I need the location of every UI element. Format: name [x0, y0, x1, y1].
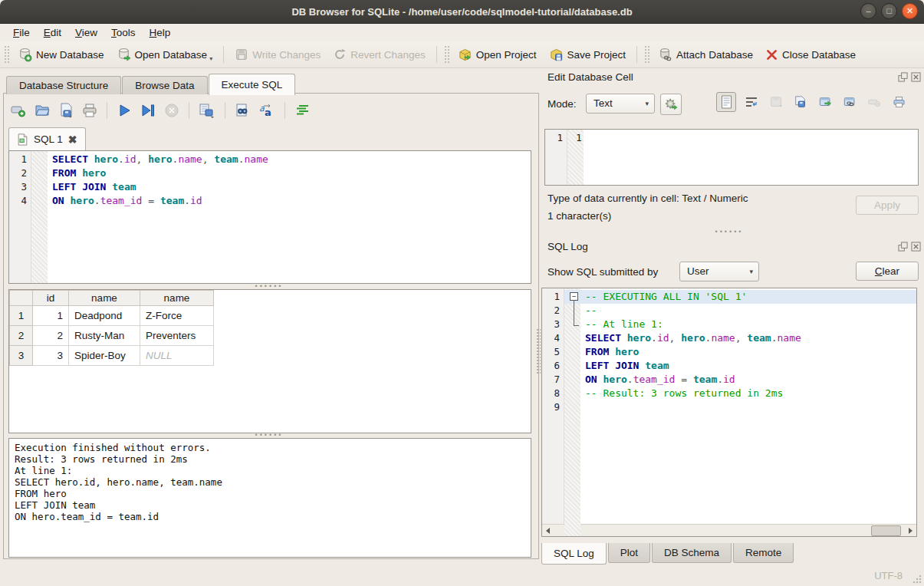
attach-database-button[interactable]: Attach Database	[652, 44, 759, 65]
execute-line-icon[interactable]	[140, 102, 156, 119]
new-database-icon	[18, 48, 32, 62]
tab-db-schema[interactable]: DB Schema	[652, 543, 732, 563]
format-text-icon[interactable]: aa	[258, 102, 276, 119]
save-results-icon[interactable]	[198, 102, 216, 119]
table-cell[interactable]: 3	[33, 346, 69, 366]
results-grid[interactable]: idnamename 11DeadpondZ-Force22Rusty-ManP…	[8, 289, 531, 433]
table-cell[interactable]: NULL	[140, 346, 214, 366]
splitter-handle[interactable]: ••••••	[706, 230, 752, 234]
sql-document-icon	[17, 133, 28, 146]
toolbar-separator	[636, 46, 637, 63]
toolbar-handle[interactable]	[644, 45, 649, 64]
new-sql-tab-icon[interactable]	[10, 102, 27, 119]
tab-database-structure[interactable]: Database Structure	[6, 76, 121, 94]
resize-grip[interactable]	[912, 574, 922, 584]
code-line: 7ON hero.team_id = team.id	[542, 373, 916, 387]
right-pane: Edit Database Cell Mode: Text ▾	[541, 67, 924, 566]
menu-edit[interactable]: Edit	[37, 25, 68, 40]
tab-plot[interactable]: Plot	[608, 543, 650, 563]
save-sql-file-icon[interactable]	[58, 102, 74, 119]
find-icon[interactable]	[234, 102, 251, 119]
execute-sql-icon[interactable]	[116, 102, 133, 119]
export-cell-data-button[interactable]	[791, 93, 810, 111]
splitter-handle[interactable]: ••••••	[246, 433, 292, 437]
sql-editor[interactable]: 1SELECT hero.id, hero.name, team.name2FR…	[8, 150, 531, 284]
maximize-button[interactable]: □	[881, 3, 897, 19]
column-header[interactable]: id	[33, 291, 69, 306]
cell-text-mode-button[interactable]	[716, 92, 736, 112]
toolbar-handle[interactable]	[4, 45, 9, 64]
sql-log-filter-select[interactable]: User ▾	[679, 262, 759, 281]
toolbar-handle[interactable]	[444, 45, 449, 64]
close-database-button[interactable]: Close Database	[759, 45, 862, 64]
write-changes-button[interactable]: Write Changes	[229, 44, 327, 64]
menu-view[interactable]: View	[68, 25, 104, 40]
close-button[interactable]: ✕	[902, 3, 918, 19]
apply-button[interactable]: Apply	[856, 196, 919, 215]
word-wrap-icon	[745, 95, 758, 109]
table-cell[interactable]: 1	[33, 306, 69, 326]
row-header[interactable]: 3	[10, 346, 33, 366]
clear-log-button[interactable]: Clear	[856, 262, 919, 281]
column-header[interactable]: name	[140, 291, 214, 306]
table-cell[interactable]: 2	[33, 326, 69, 346]
table-cell[interactable]: Deadpond	[69, 306, 140, 326]
print-sql-icon[interactable]	[81, 102, 98, 119]
line-number: 1	[542, 290, 560, 304]
close-dock-icon[interactable]	[911, 242, 921, 252]
set-null-icon	[867, 95, 881, 109]
table-cell[interactable]: Spider-Boy	[69, 346, 140, 366]
open-database-button[interactable]: Open Database ▾	[110, 44, 219, 65]
import-cell-data-button[interactable]	[767, 93, 785, 111]
table-cell[interactable]: Rusty-Man	[69, 326, 140, 346]
pane-splitter-handle[interactable]	[536, 328, 541, 374]
menu-file[interactable]: File	[6, 25, 37, 40]
float-dock-icon[interactable]	[898, 242, 908, 252]
toolbar-separator	[223, 46, 224, 63]
tab-sql-log[interactable]: SQL Log	[541, 543, 607, 565]
line-number: 8	[542, 387, 560, 400]
row-header[interactable]: 1	[10, 306, 33, 326]
edit-cell-title: Edit Database Cell	[547, 71, 633, 83]
tab-browse-data[interactable]: Browse Data	[122, 76, 207, 94]
copy-as-link-button[interactable]	[840, 93, 859, 111]
cell-editor[interactable]: 1 1	[544, 129, 919, 186]
open-project-button[interactable]: Open Project	[452, 44, 543, 65]
mode-select[interactable]: Text ▾	[586, 94, 655, 114]
open-database-dropdown-icon[interactable]: ▾	[209, 55, 212, 62]
row-header[interactable]: 2	[10, 326, 33, 346]
menu-help[interactable]: Help	[143, 25, 178, 40]
sql1-tab[interactable]: SQL 1 ✖	[8, 127, 86, 150]
line-number: 5	[542, 345, 560, 359]
save-project-button[interactable]: Save Project	[543, 44, 633, 65]
tab-execute-sql[interactable]: Execute SQL	[209, 74, 296, 95]
stop-icon[interactable]	[163, 102, 180, 119]
revert-changes-button[interactable]: Revert Changes	[327, 44, 432, 64]
menu-tools[interactable]: Tools	[104, 25, 143, 40]
set-null-button[interactable]	[865, 93, 883, 111]
sql1-tab-close-icon[interactable]: ✖	[68, 133, 77, 146]
tab-remote[interactable]: Remote	[733, 543, 794, 563]
column-header[interactable]: name	[69, 291, 140, 306]
print-cell-button[interactable]	[889, 93, 908, 111]
execution-message: Execution finished without errors. Resul…	[8, 438, 531, 558]
open-in-external-app-button[interactable]	[816, 93, 834, 111]
title-bar[interactable]: DB Browser for SQLite - /home/user/code/…	[0, 0, 924, 24]
code-line: 1−-- EXECUTING ALL IN 'SQL 1'	[542, 290, 916, 304]
window-title: DB Browser for SQLite - /home/user/code/…	[291, 6, 632, 18]
close-dock-icon[interactable]	[911, 72, 921, 82]
auto-format-icon[interactable]	[294, 102, 311, 119]
gear-refresh-icon	[664, 97, 678, 111]
sql-log-editor[interactable]: 1−-- EXECUTING ALL IN 'SQL 1'2--3-- At l…	[541, 288, 917, 537]
toolbar-separator	[436, 46, 437, 63]
minimize-button[interactable]: –	[860, 3, 876, 19]
new-database-button[interactable]: New Database	[12, 44, 110, 65]
word-wrap-button[interactable]	[742, 93, 761, 111]
auto-switch-mode-button[interactable]	[660, 94, 682, 115]
float-dock-icon[interactable]	[898, 72, 908, 82]
open-sql-file-icon[interactable]	[34, 102, 51, 119]
table-cell[interactable]: Preventers	[140, 326, 214, 346]
table-cell[interactable]: Z-Force	[140, 306, 214, 326]
code-line: 3LEFT JOIN team	[9, 180, 531, 194]
splitter-handle[interactable]: ••••••	[246, 285, 292, 288]
